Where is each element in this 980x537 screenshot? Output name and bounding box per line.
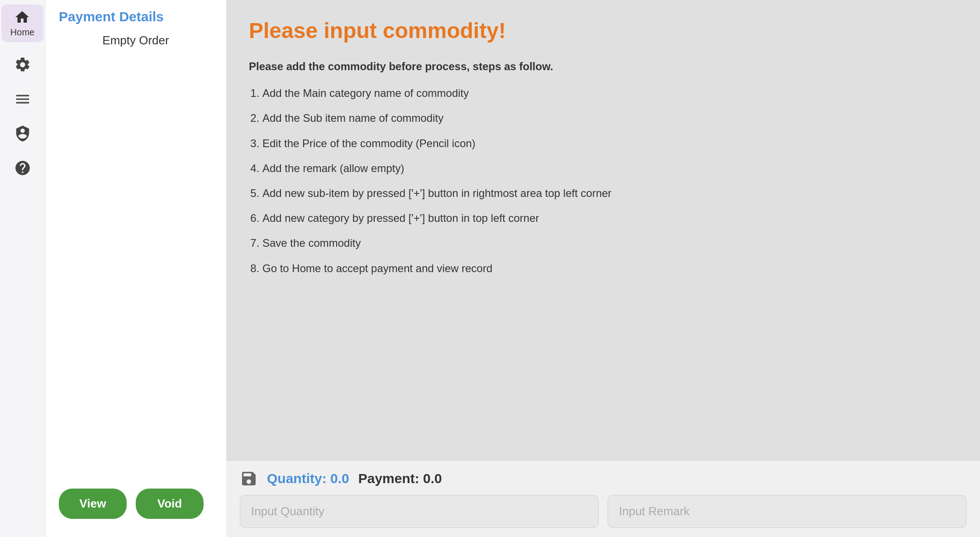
payment-label: Payment: 0.0 (358, 471, 442, 486)
bottom-inputs (240, 495, 966, 528)
nav-panel-title: Payment Details (59, 9, 213, 24)
sidebar-item-help[interactable] (9, 154, 36, 182)
commodity-instructions: Please add the commodity before process,… (249, 57, 957, 278)
sidebar-item-security[interactable] (9, 120, 36, 147)
bottom-bar: Quantity: 0.0 Payment: 0.0 (226, 460, 980, 537)
list-item: Add the remark (allow empty) (262, 158, 957, 178)
settings-icon (14, 56, 31, 73)
home-icon (14, 9, 30, 25)
input-quantity[interactable] (240, 495, 599, 528)
list-item: Add the Sub item name of commodity (262, 108, 957, 128)
sidebar: Home (0, 0, 45, 537)
security-icon (14, 125, 31, 142)
help-icon (14, 159, 31, 177)
main-content: Please input commodity! Please add the c… (226, 0, 980, 537)
nav-panel-subtitle: Empty Order (59, 34, 213, 48)
commodity-title: Please input commodity! (249, 18, 957, 43)
list-item: Add new sub-item by pressed ['+'] button… (262, 183, 957, 203)
content-area: Please input commodity! Please add the c… (226, 0, 980, 460)
save-icon (240, 470, 258, 488)
list-item: Go to Home to accept payment and view re… (262, 259, 957, 278)
sidebar-item-settings[interactable] (9, 51, 36, 78)
quantity-label: Quantity: 0.0 (267, 471, 349, 486)
list-item: Edit the Price of the commodity (Pencil … (262, 134, 957, 153)
bottom-summary: Quantity: 0.0 Payment: 0.0 (240, 470, 966, 488)
list-item: Add the Main category name of commodity (262, 83, 957, 103)
nav-bottom-buttons: View Void (59, 489, 204, 519)
nav-panel: Payment Details Empty Order View Void (45, 0, 226, 537)
view-button[interactable]: View (59, 489, 127, 519)
menu-icon (14, 91, 31, 108)
list-item: Add new category by pressed ['+'] button… (262, 208, 957, 228)
sidebar-item-menu[interactable] (9, 86, 36, 113)
instructions-intro: Please add the commodity before process,… (249, 57, 957, 76)
home-label: Home (10, 27, 34, 38)
input-remark[interactable] (608, 495, 966, 528)
list-item: Save the commodity (262, 233, 957, 253)
void-button[interactable]: Void (136, 489, 204, 519)
sidebar-item-home[interactable]: Home (1, 5, 43, 42)
instructions-list: Add the Main category name of commodity … (249, 83, 957, 278)
